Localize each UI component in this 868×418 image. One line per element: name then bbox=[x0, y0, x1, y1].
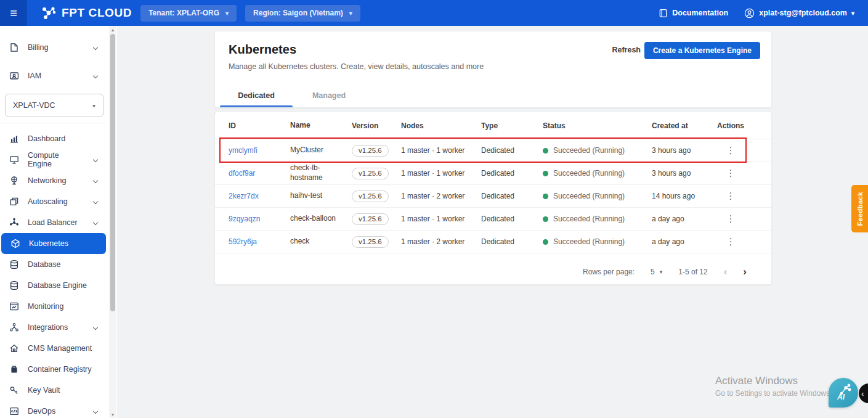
load-balancer-icon bbox=[9, 218, 19, 228]
hamburger-menu-button[interactable]: ≡ bbox=[0, 0, 27, 26]
sidebar-item-database[interactable]: Database bbox=[0, 254, 108, 275]
scrollbar-up-icon[interactable]: ▲ bbox=[109, 26, 116, 33]
book-icon bbox=[659, 9, 668, 18]
cluster-nodes: 1 master · 1 worker bbox=[401, 215, 481, 223]
top-header: ≡ FPT CLOUD Tenant: XPLAT-ORG ▾ Region: … bbox=[0, 0, 868, 26]
billing-icon bbox=[9, 43, 19, 53]
sidebar-item-compute-engine[interactable]: Compute Engine bbox=[0, 149, 108, 170]
sidebar-item-key-vault[interactable]: Key Vault bbox=[0, 380, 108, 401]
tenant-dropdown-label: Tenant: XPLAT-ORG bbox=[148, 9, 219, 17]
vdc-selector[interactable]: XPLAT-VDC ▾ bbox=[5, 94, 103, 117]
sidebar-item-autoscaling[interactable]: Autoscaling bbox=[0, 191, 108, 212]
sidebar-item-label: Database Engine bbox=[28, 281, 100, 290]
row-actions-menu-icon[interactable]: ⋮ bbox=[726, 213, 736, 224]
status-dot bbox=[543, 148, 548, 154]
created-at: 3 hours ago bbox=[652, 169, 712, 178]
cluster-nodes: 1 master · 1 worker bbox=[401, 169, 481, 178]
table-header-row: ID Name Version Nodes Type Status Create… bbox=[215, 112, 771, 139]
sidebar-item-dashboard[interactable]: Dashboard bbox=[0, 128, 108, 149]
sidebar-item-kubernetes[interactable]: Kubernetes bbox=[1, 233, 106, 254]
column-header-type: Type bbox=[481, 121, 543, 130]
refresh-button[interactable]: Refresh bbox=[612, 46, 641, 54]
previous-page-button[interactable]: ‹ bbox=[724, 266, 728, 278]
status-text: Succeeded (Running) bbox=[553, 237, 625, 246]
fpt-molecule-icon bbox=[41, 5, 57, 21]
sidebar-item-devops[interactable]: DevOps bbox=[0, 401, 108, 418]
chevron-down-icon: ▾ bbox=[851, 10, 854, 17]
sidebar-item-iam[interactable]: IAM bbox=[0, 65, 108, 86]
cluster-id-link[interactable]: 2kezr7dx bbox=[229, 192, 259, 200]
sidebar-item-label: Autoscaling bbox=[28, 197, 85, 206]
cluster-name: check-balloon bbox=[290, 214, 352, 224]
main-content: Kubernetes Manage all Kubernetes cluster… bbox=[117, 26, 868, 418]
sidebar-item-label: Kubernetes bbox=[29, 239, 97, 248]
brand-logo[interactable]: FPT CLOUD bbox=[41, 5, 132, 21]
sidebar-item-cms-management[interactable]: CMS Management bbox=[0, 338, 108, 359]
column-header-id: ID bbox=[229, 121, 290, 130]
sidebar-item-container-registry[interactable]: Container Registry bbox=[0, 359, 108, 380]
sidebar-item-monitoring[interactable]: Monitoring bbox=[0, 296, 108, 317]
tab-dedicated[interactable]: Dedicated bbox=[220, 85, 293, 107]
cluster-id-link[interactable]: 9zqyaqzn bbox=[229, 215, 260, 223]
chevron-down-icon: ▾ bbox=[225, 10, 229, 17]
cluster-id-link[interactable]: dfocf9ar bbox=[229, 169, 255, 178]
devops-icon bbox=[9, 406, 19, 417]
svg-text:AI: AI bbox=[837, 393, 845, 401]
column-header-version: Version bbox=[352, 121, 401, 130]
version-chip: v1.25.6 bbox=[352, 191, 389, 202]
row-actions-menu-icon[interactable]: ⋮ bbox=[726, 191, 736, 201]
create-kubernetes-engine-button[interactable]: Create a Kubernetes Engine bbox=[644, 42, 760, 59]
sidebar-scrollbar[interactable]: ▲ ▼ bbox=[109, 26, 116, 418]
sidebar-item-load-balancer[interactable]: Load Balancer bbox=[0, 212, 108, 233]
user-account-icon bbox=[744, 8, 755, 18]
sidebar-item-networking[interactable]: Networking bbox=[0, 170, 108, 191]
feedback-tab[interactable]: Feedback bbox=[851, 185, 868, 232]
status-text: Succeeded (Running) bbox=[553, 192, 625, 200]
chevron-down-icon bbox=[93, 178, 98, 183]
integrations-icon bbox=[9, 322, 19, 333]
sidebar-item-integrations[interactable]: Integrations bbox=[0, 317, 108, 338]
sidebar-item-billing[interactable]: Billing bbox=[0, 37, 108, 58]
column-header-name: Name bbox=[290, 121, 352, 131]
column-header-actions: Actions bbox=[712, 121, 749, 130]
cluster-id-link[interactable]: ymclymfi bbox=[229, 146, 258, 155]
row-actions-menu-icon[interactable]: ⋮ bbox=[726, 145, 736, 155]
cluster-type: Dedicated bbox=[481, 215, 543, 223]
chevron-down-icon bbox=[93, 409, 98, 414]
ai-chat-button[interactable]: AI bbox=[829, 378, 858, 408]
row-actions-menu-icon[interactable]: ⋮ bbox=[726, 236, 736, 247]
rows-per-page-select[interactable]: 5 ▾ bbox=[651, 268, 662, 276]
iam-icon bbox=[9, 71, 19, 81]
topbar-right: Documentation xplat-stg@fptcloud.com ▾ bbox=[659, 8, 868, 18]
sidebar-item-database-engine[interactable]: Database Engine bbox=[0, 275, 108, 296]
status-dot bbox=[543, 216, 548, 222]
chevron-down-icon bbox=[93, 45, 98, 50]
cms-management-icon bbox=[9, 343, 19, 354]
documentation-link[interactable]: Documentation bbox=[659, 9, 728, 18]
scrollbar-thumb[interactable] bbox=[110, 34, 115, 311]
cluster-id-link[interactable]: 592ry6ja bbox=[229, 237, 257, 246]
chevron-down-icon: ▾ bbox=[92, 102, 95, 109]
page-header-card: Kubernetes Manage all Kubernetes cluster… bbox=[214, 31, 772, 108]
next-page-button[interactable]: › bbox=[743, 266, 747, 278]
created-at: a day ago bbox=[652, 215, 712, 223]
clusters-table-card: ID Name Version Nodes Type Status Create… bbox=[214, 112, 772, 285]
user-email: xplat-stg@fptcloud.com bbox=[759, 9, 847, 17]
logo-text: FPT CLOUD bbox=[62, 6, 132, 20]
status-dot bbox=[543, 171, 548, 176]
ai-chat-icon: AI bbox=[834, 383, 853, 403]
tab-managed[interactable]: Managed bbox=[293, 85, 365, 107]
tenant-dropdown[interactable]: Tenant: XPLAT-ORG ▾ bbox=[140, 5, 237, 22]
region-dropdown[interactable]: Region: Saigon (Vietnam) ▾ bbox=[245, 5, 360, 22]
sidebar-item-label: Billing bbox=[28, 43, 85, 52]
cluster-name: haihv-test bbox=[290, 191, 352, 201]
cluster-name: check-lb-hostname bbox=[290, 163, 352, 182]
table-row: ymclymfi MyCluster v1.25.6 1 master · 1 … bbox=[215, 139, 771, 162]
version-chip: v1.25.6 bbox=[352, 213, 389, 225]
compute-engine-icon bbox=[9, 155, 19, 165]
rows-per-page-label: Rows per page: bbox=[583, 268, 635, 276]
row-actions-menu-icon[interactable]: ⋮ bbox=[726, 168, 736, 178]
cluster-type-tabs: Dedicated Managed bbox=[220, 85, 365, 107]
scrollbar-down-icon[interactable]: ▼ bbox=[109, 411, 116, 418]
user-menu[interactable]: xplat-stg@fptcloud.com ▾ bbox=[744, 8, 854, 18]
